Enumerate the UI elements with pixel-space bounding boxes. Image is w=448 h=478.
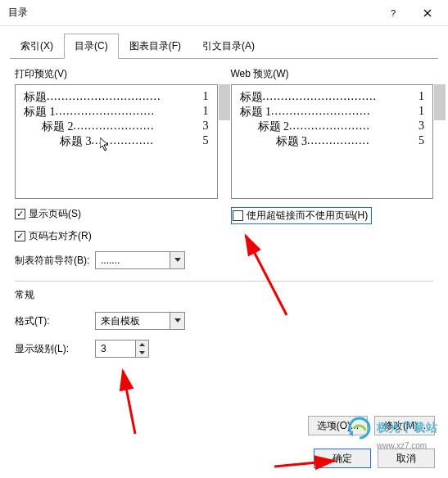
chevron-down-icon[interactable] xyxy=(170,252,184,268)
checkbox-icon xyxy=(233,210,243,221)
svg-line-10 xyxy=(123,371,135,434)
levels-input[interactable] xyxy=(96,340,135,357)
web-preview-box: 标题...............................1 标题 1.… xyxy=(231,84,434,199)
tab-figures[interactable]: 图表目录(F) xyxy=(119,34,192,59)
format-label: 格式(T): xyxy=(15,314,90,328)
print-preview-box: 标题...............................1 标题 1.… xyxy=(15,84,218,199)
checkbox-icon xyxy=(15,209,25,219)
tab-toc[interactable]: 目录(C) xyxy=(64,34,119,59)
tab-leader-select[interactable]: ....... xyxy=(95,251,185,269)
tab-leader-label: 制表符前导符(B): xyxy=(15,254,90,268)
help-button[interactable]: ? xyxy=(376,2,410,25)
format-select[interactable]: 来自模板 xyxy=(95,312,185,330)
tab-strip: 索引(X) 目录(C) 图表目录(F) 引文目录(A) xyxy=(10,33,438,59)
ok-button[interactable]: 确定 xyxy=(314,449,371,468)
general-section-title: 常规 xyxy=(15,288,433,302)
web-preview-label: Web 预览(W) xyxy=(231,67,434,81)
preview-row: 标题...............................1 xyxy=(240,90,425,105)
right-align-checkbox[interactable]: 页码右对齐(R) xyxy=(15,229,218,243)
svg-marker-6 xyxy=(139,351,145,354)
watermark-text: 极光下载站 xyxy=(377,421,438,435)
annotation-arrow xyxy=(115,364,164,438)
preview-row: 标题 1...........................1 xyxy=(240,105,425,120)
levels-spinner[interactable] xyxy=(95,340,149,358)
checkbox-label: 显示页码(S) xyxy=(29,207,81,221)
scrollbar-thumb[interactable] xyxy=(434,84,446,120)
show-page-num-checkbox[interactable]: 显示页码(S) xyxy=(15,207,218,221)
svg-marker-5 xyxy=(139,343,145,346)
levels-label: 显示级别(L): xyxy=(15,342,90,356)
watermark-url: www.xz7.com xyxy=(377,441,427,450)
watermark: 极光下载站 www.xz7.com xyxy=(347,416,438,440)
titlebar: 目录 ? xyxy=(0,0,448,26)
preview-row: 标题 1...........................1 xyxy=(24,105,209,120)
tab-index[interactable]: 索引(X) xyxy=(10,34,64,59)
checkbox-label: 使用超链接而不使用页码(H) xyxy=(247,209,369,223)
close-button[interactable] xyxy=(410,2,445,25)
checkbox-label: 页码右对齐(R) xyxy=(29,229,92,243)
scrollbar-thumb[interactable] xyxy=(219,84,230,120)
use-hyperlink-checkbox[interactable]: 使用超链接而不使用页码(H) xyxy=(231,207,373,224)
tab-citations[interactable]: 引文目录(A) xyxy=(192,34,265,59)
print-preview-label: 打印预览(V) xyxy=(15,67,218,81)
watermark-logo-icon xyxy=(347,416,372,440)
preview-row: 标题...............................1 xyxy=(24,90,209,105)
svg-marker-3 xyxy=(174,258,181,262)
checkbox-icon xyxy=(15,231,25,241)
spinner-down-icon[interactable] xyxy=(136,349,148,357)
preview-row: 标题 2......................3 xyxy=(24,120,209,134)
svg-marker-4 xyxy=(174,318,181,322)
preview-row: 标题 3.................5 xyxy=(240,134,425,149)
chevron-down-icon[interactable] xyxy=(170,313,184,329)
dialog-title: 目录 xyxy=(8,6,376,20)
spinner-up-icon[interactable] xyxy=(136,340,148,349)
preview-row: 标题 3.................5 xyxy=(24,134,209,149)
preview-row: 标题 2......................3 xyxy=(240,120,425,134)
cancel-button[interactable]: 取消 xyxy=(378,449,435,468)
svg-text:?: ? xyxy=(391,9,396,17)
